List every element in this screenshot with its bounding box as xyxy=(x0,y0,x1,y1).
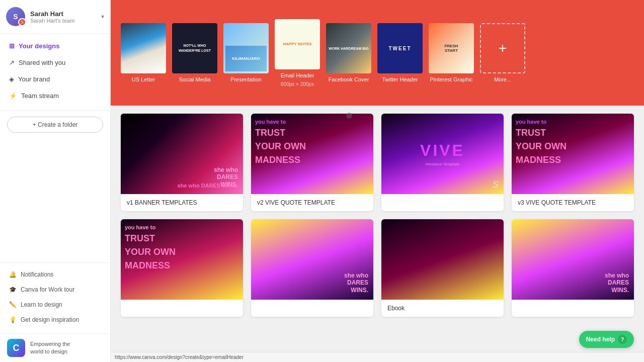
design-label-dares2 xyxy=(121,300,243,310)
tour-icon: 🎓 xyxy=(9,286,17,293)
inspiration-icon: 💡 xyxy=(9,316,17,323)
avatar-badge: S xyxy=(18,18,26,26)
design-thumb-trust2: she whoDARESWINS. xyxy=(251,219,373,300)
need-help-button[interactable]: Need help ? xyxy=(579,331,634,348)
your-designs-icon: ⊞ xyxy=(9,42,15,50)
user-info: Sarah Hart Sarah Hart's team xyxy=(30,10,96,24)
sidebar-brand: C Empowering theworld to design xyxy=(0,333,110,362)
template-thumb-facebook-cover xyxy=(326,23,371,73)
template-pinterest-graphic[interactable]: Pinterest Graphic xyxy=(429,23,474,82)
design-thumb-ebook xyxy=(381,219,504,300)
design-grid: she whoDARESWINS. v1 BANNER TEMPLATES yo… xyxy=(121,114,634,317)
need-help-icon: ? xyxy=(618,335,627,344)
design-label-vive-plain xyxy=(381,194,504,204)
user-dropdown-icon[interactable]: ▾ xyxy=(101,13,104,20)
team-icon: ⚡ xyxy=(9,92,17,100)
design-card-dares3[interactable]: she whoDARESWINS. xyxy=(512,219,634,317)
sidebar-item-canva-tour[interactable]: 🎓 Canva for Work tour xyxy=(0,282,110,297)
design-card-v1-banner[interactable]: she whoDARESWINS. v1 BANNER TEMPLATES xyxy=(121,114,243,211)
design-thumb-v2-vive: you have toTRUSTYOUR OWNMADNESS xyxy=(251,114,373,194)
sidebar-divider xyxy=(0,110,110,111)
template-row: US Letter Social Media KILIMANJARO Prese… xyxy=(111,0,644,106)
canva-logo: C xyxy=(7,339,25,357)
user-name: Sarah Hart xyxy=(30,10,96,18)
template-thumb-twitter-header xyxy=(377,23,423,73)
sidebar-item-team-stream[interactable]: ⚡ Team stream xyxy=(0,87,110,104)
status-url: https://www.canva.com/design?create&type… xyxy=(115,354,244,360)
template-label-facebook-cover: Facebook Cover xyxy=(329,76,369,82)
status-bar: https://www.canva.com/design?create&type… xyxy=(111,352,644,362)
design-label-v2-vive: v2 VIVE QUOTE TEMPLATE xyxy=(251,194,373,211)
sidebar-bottom: 🔔 Notifications 🎓 Canva for Work tour ✏️… xyxy=(0,262,110,331)
learn-icon: ✏️ xyxy=(9,301,17,308)
template-label-twitter-header: Twitter Header xyxy=(382,76,418,82)
template-more[interactable]: + More... xyxy=(480,23,525,82)
template-label-presentation: Presentation xyxy=(230,76,262,82)
brand-tagline: Empowering theworld to design xyxy=(30,340,70,356)
design-card-dares2[interactable]: you have toTRUSTYOUR OWNMADNESS xyxy=(121,219,243,317)
template-thumb-social-media xyxy=(172,23,217,73)
shared-icon: ↗ xyxy=(9,59,15,66)
design-thumb-dares3: she whoDARESWINS. xyxy=(512,219,634,300)
main-content: US Letter Social Media KILIMANJARO Prese… xyxy=(111,0,644,362)
notifications-icon: 🔔 xyxy=(9,271,17,278)
design-card-trust2[interactable]: she whoDARESWINS. xyxy=(251,219,373,317)
template-thumb-presentation: KILIMANJARO xyxy=(223,23,269,73)
user-team: Sarah Hart's team xyxy=(30,18,96,24)
design-grid-area: she whoDARESWINS. v1 BANNER TEMPLATES yo… xyxy=(111,106,644,352)
design-thumb-v1-banner: she whoDARESWINS. xyxy=(121,114,243,194)
template-label-pinterest: Pinterest Graphic xyxy=(430,76,473,82)
template-us-letter[interactable]: US Letter xyxy=(121,23,166,82)
user-profile[interactable]: S S Sarah Hart Sarah Hart's team ▾ xyxy=(0,0,110,34)
sidebar-item-get-design-inspiration[interactable]: 💡 Get design inspiration xyxy=(0,312,110,327)
design-label-v1-banner: v1 BANNER TEMPLATES xyxy=(121,194,243,211)
design-thumb-vive-plain: VIVE Miniature Template S xyxy=(381,114,504,194)
template-thumb-email-header xyxy=(275,19,320,69)
brand-icon: ◈ xyxy=(9,75,14,83)
template-label-social-media: Social Media xyxy=(179,76,211,82)
template-twitter-header[interactable]: Twitter Header xyxy=(377,23,423,82)
design-label-trust2 xyxy=(251,300,373,310)
design-thumb-dares2: you have toTRUSTYOUR OWNMADNESS xyxy=(121,219,243,300)
template-sublabel-email-header: 600px × 200px xyxy=(281,81,314,87)
template-email-header[interactable]: Email Header 600px × 200px xyxy=(275,19,320,87)
sidebar-item-notifications[interactable]: 🔔 Notifications xyxy=(0,267,110,282)
sidebar-nav: ⊞ Your designs ↗ Shared with you ◈ Your … xyxy=(0,34,110,108)
sidebar-item-your-designs[interactable]: ⊞ Your designs xyxy=(0,38,110,54)
design-label-ebook: Ebook xyxy=(381,300,504,317)
design-card-v2-vive[interactable]: you have toTRUSTYOUR OWNMADNESS v2 VIVE … xyxy=(251,114,373,211)
sidebar-item-your-brand[interactable]: ◈ Your brand xyxy=(0,71,110,87)
template-label-us-letter: US Letter xyxy=(132,76,155,82)
template-label-email-header: Email Header xyxy=(281,72,314,78)
template-more-button[interactable]: + xyxy=(480,23,525,73)
design-card-vive-plain[interactable]: VIVE Miniature Template S xyxy=(381,114,504,211)
template-social-media[interactable]: Social Media xyxy=(172,23,217,82)
sidebar-item-learn-to-design[interactable]: ✏️ Learn to design xyxy=(0,297,110,312)
design-thumb-v3-vive: you have toTRUSTYOUR OWNMADNESS xyxy=(512,114,634,194)
design-label-v3-vive: v3 VIVE QUOTE TEMPLATE xyxy=(512,194,634,211)
design-card-v3-vive[interactable]: you have toTRUSTYOUR OWNMADNESS v3 VIVE … xyxy=(512,114,634,211)
template-label-more: More... xyxy=(494,76,511,82)
template-presentation[interactable]: KILIMANJARO Presentation xyxy=(223,23,269,82)
template-thumb-us-letter xyxy=(121,23,166,73)
sidebar: S S Sarah Hart Sarah Hart's team ▾ ⊞ You… xyxy=(0,0,111,362)
sidebar-item-shared-with-you[interactable]: ↗ Shared with you xyxy=(0,54,110,71)
template-facebook-cover[interactable]: Facebook Cover xyxy=(326,23,371,82)
create-folder-button[interactable]: + Create a folder xyxy=(7,117,103,133)
avatar-wrap: S S xyxy=(6,7,25,26)
design-card-ebook[interactable]: Ebook xyxy=(381,219,504,317)
design-label-dares3 xyxy=(512,300,634,310)
need-help-label: Need help xyxy=(586,336,615,343)
template-thumb-pinterest xyxy=(429,23,474,73)
